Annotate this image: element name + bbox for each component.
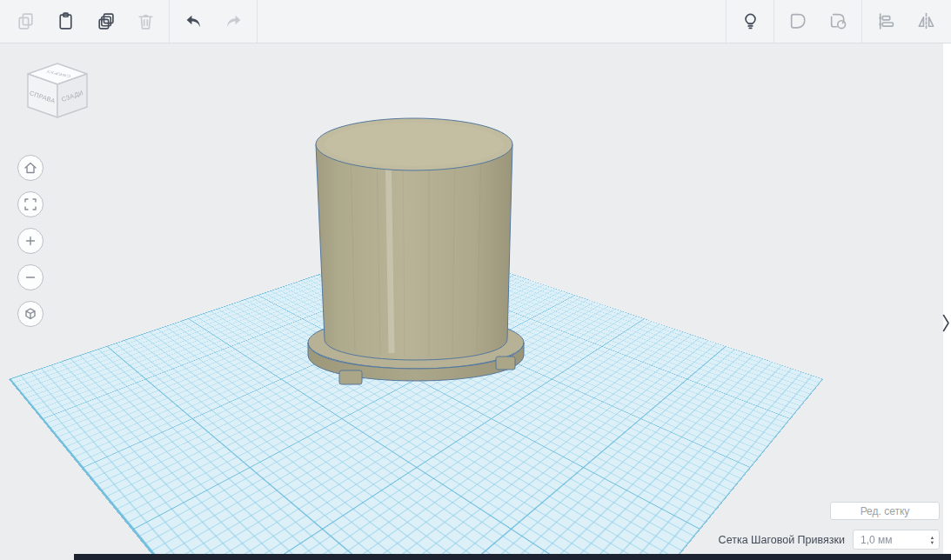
redo-button[interactable] <box>213 0 253 43</box>
toolbar-separator <box>861 0 862 43</box>
toolbar-separator <box>257 0 258 43</box>
align-icon <box>876 11 896 31</box>
lightbulb-icon <box>740 11 760 31</box>
copy-icon <box>16 11 36 31</box>
right-panel-collapsed <box>943 43 951 560</box>
duplicate-icon <box>96 11 116 31</box>
cylinder-highlight <box>388 145 392 353</box>
chevron-right-icon <box>942 314 950 332</box>
delete-button[interactable] <box>125 0 165 43</box>
toolbar-separator <box>169 0 170 43</box>
trash-icon <box>136 11 156 31</box>
toolbar-spacer <box>261 0 722 43</box>
base-tab-right <box>496 357 515 370</box>
viewport[interactable]: СВЕРХУ СПРАВА СЗАДИ <box>0 43 951 560</box>
redo-icon <box>224 11 244 31</box>
toggle-visibility-button[interactable] <box>730 0 770 43</box>
group-button[interactable] <box>778 0 818 43</box>
base-tab-left <box>339 370 362 384</box>
toolbar-separator <box>774 0 774 43</box>
snap-grid-select[interactable]: 1,0 мм ▴▾ <box>853 530 940 550</box>
edit-grid-button[interactable]: Ред. сетку <box>830 502 940 520</box>
undo-button[interactable] <box>173 0 213 43</box>
zoom-in-button[interactable] <box>17 228 44 254</box>
paste-icon <box>56 11 76 31</box>
ungroup-button[interactable] <box>818 0 858 43</box>
undo-icon <box>184 11 204 31</box>
home-view-button[interactable] <box>17 155 44 181</box>
fit-view-icon <box>23 197 38 212</box>
model-cylinder-on-base[interactable] <box>303 115 529 402</box>
snap-grid-row: Сетка Шаговой Привязки 1,0 мм ▴▾ <box>719 530 940 550</box>
mirror-button[interactable] <box>906 0 946 43</box>
paste-button[interactable] <box>45 0 85 43</box>
view-nav-controls <box>17 155 44 327</box>
cylinder-top-inner <box>325 123 504 166</box>
mirror-icon <box>916 11 936 31</box>
snap-grid-label: Сетка Шаговой Привязки <box>719 534 845 546</box>
bottom-scrollbar <box>74 554 951 560</box>
align-button[interactable] <box>866 0 906 43</box>
ungroup-icon <box>828 11 848 31</box>
cylinder-body <box>316 144 512 360</box>
home-icon <box>23 160 38 176</box>
cad-editor-app: СВЕРХУ СПРАВА СЗАДИ <box>0 0 951 560</box>
snap-grid-value: 1,0 мм <box>861 534 931 546</box>
plus-icon <box>23 233 38 249</box>
duplicate-button[interactable] <box>85 0 125 43</box>
toolbar-separator <box>726 0 727 43</box>
toolbar <box>0 0 951 43</box>
minus-icon <box>23 270 38 285</box>
fit-view-button[interactable] <box>17 191 44 217</box>
view-cube[interactable]: СВЕРХУ СПРАВА СЗАДИ <box>17 59 97 132</box>
view-mode-button[interactable] <box>17 301 44 327</box>
copy-button[interactable] <box>5 0 45 43</box>
zoom-out-button[interactable] <box>17 264 44 290</box>
group-icon <box>788 11 808 31</box>
perspective-cube-icon <box>23 306 38 322</box>
select-caret-icon: ▴▾ <box>931 535 934 544</box>
panel-expand-toggle[interactable] <box>935 305 951 340</box>
